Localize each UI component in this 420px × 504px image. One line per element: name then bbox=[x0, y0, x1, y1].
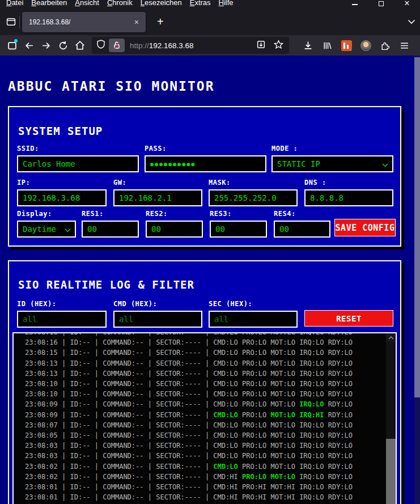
save-page-icon[interactable] bbox=[256, 40, 266, 52]
browser-tab[interactable]: 192.168.3.68/ × bbox=[22, 12, 146, 32]
adblock-extension-icon[interactable] bbox=[338, 37, 355, 53]
pass-label: PASS: bbox=[145, 145, 266, 153]
mode-select[interactable]: STATIC IP bbox=[271, 155, 393, 172]
url-protocol: http:// bbox=[130, 41, 149, 50]
insecure-lock-icon[interactable] bbox=[109, 39, 125, 52]
firefox-view-icon[interactable] bbox=[2, 13, 19, 31]
res3-input[interactable] bbox=[210, 221, 267, 238]
menu-datei[interactable]: Datei bbox=[2, 0, 27, 7]
display-field: Display: Daytime bbox=[17, 210, 76, 238]
menu-lesezeichen[interactable]: Lesezeichen bbox=[137, 0, 186, 7]
forward-icon[interactable] bbox=[37, 37, 54, 53]
log-filter-panel: SIO REALTIME LOG & FILTER ID (HEX): CMD … bbox=[8, 260, 401, 504]
gw-field: GW: bbox=[113, 179, 202, 206]
log-row: 23:08:09 | ID:-- | COMMAND:-- | SECTOR:-… bbox=[25, 410, 386, 420]
log-output: 23:08:16 | ID:-- | COMMAND:-- | SECTOR:-… bbox=[12, 332, 397, 504]
back-icon[interactable] bbox=[20, 37, 37, 53]
firefox-view-toolbar-icon[interactable] bbox=[3, 37, 20, 53]
menu-extras[interactable]: Extras bbox=[186, 0, 215, 7]
res2-input[interactable] bbox=[146, 221, 203, 238]
ip-label: IP: bbox=[17, 179, 107, 187]
log-row: 23:08:10 | ID:-- | COMMAND:-- | SECTOR:-… bbox=[25, 389, 386, 399]
res3-field: RES3: bbox=[210, 210, 267, 238]
window-maximize-button[interactable] bbox=[368, 0, 394, 9]
ssid-input[interactable] bbox=[17, 155, 139, 172]
res4-input[interactable] bbox=[274, 221, 330, 238]
save-config-button[interactable]: SAVE CONFIG bbox=[334, 219, 396, 236]
dns-field: DNS : bbox=[304, 179, 393, 206]
log-row: 23:08:01 | ID:-- | COMMAND:-- | SECTOR:-… bbox=[25, 482, 386, 492]
log-row: 23:08:03 | ID:-- | COMMAND:-- | SECTOR:-… bbox=[25, 441, 386, 451]
url-bar[interactable]: http://192.168.3.68 bbox=[92, 37, 289, 54]
menu-chronik[interactable]: Chronik bbox=[103, 0, 137, 7]
reset-button[interactable]: RESET bbox=[304, 310, 393, 327]
window-close-button[interactable]: × bbox=[394, 0, 420, 8]
page-content: ABBUC ATARI SIO MONITOR SYSTEM SETUP SSI… bbox=[0, 56, 420, 504]
list-all-tabs-icon[interactable] bbox=[408, 19, 415, 24]
tab-close-icon[interactable]: × bbox=[132, 17, 141, 27]
tab-title: 192.168.3.68/ bbox=[29, 18, 132, 26]
page-scrollbar[interactable] bbox=[414, 56, 420, 504]
menu-bearbeiten[interactable]: Bearbeiten bbox=[27, 0, 71, 7]
downloads-icon[interactable] bbox=[299, 37, 316, 53]
cmd-filter-input[interactable] bbox=[113, 311, 202, 328]
log-row: 23:08:09 | ID:-- | COMMAND:-- | SECTOR:-… bbox=[25, 399, 386, 409]
log-row: 23:08:16 | ID:-- | COMMAND:-- | SECTOR:-… bbox=[25, 337, 386, 348]
page-title: ABBUC ATARI SIO MONITOR bbox=[8, 79, 215, 94]
log-row: 23:08:13 | ID:-- | COMMAND:-- | SECTOR:-… bbox=[25, 369, 386, 379]
reload-icon[interactable] bbox=[54, 37, 71, 53]
bookmark-star-icon[interactable] bbox=[274, 40, 283, 52]
id-filter-input[interactable] bbox=[17, 311, 107, 328]
res4-field: RES4: bbox=[274, 210, 330, 238]
res2-field: RES2: bbox=[146, 210, 203, 238]
extensions-puzzle-icon[interactable] bbox=[376, 37, 393, 53]
id-filter-label: ID (HEX): bbox=[17, 300, 107, 308]
ip-field: IP: bbox=[17, 179, 107, 206]
dns-input[interactable] bbox=[304, 189, 393, 206]
res1-input[interactable] bbox=[82, 221, 139, 238]
display-label: Display: bbox=[17, 210, 76, 218]
cmd-filter-label: CMD (HEX): bbox=[113, 300, 202, 308]
mode-field: MODE : STATIC IP bbox=[271, 145, 393, 172]
page-scrollbar-thumb[interactable] bbox=[414, 57, 420, 397]
sec-filter-field: SEC (HEX): bbox=[209, 300, 298, 328]
pass-field: PASS: bbox=[145, 145, 266, 172]
ip-input[interactable] bbox=[17, 189, 107, 206]
profile-avatar[interactable] bbox=[357, 37, 374, 53]
hamburger-menu-icon[interactable] bbox=[396, 37, 413, 53]
log-row: 23:08:13 | ID:-- | COMMAND:-- | SECTOR:-… bbox=[25, 358, 386, 369]
id-filter-field: ID (HEX): bbox=[17, 300, 107, 328]
menu-hilfe[interactable]: Hilfe bbox=[215, 0, 237, 7]
gw-input[interactable] bbox=[113, 189, 202, 206]
log-filter-heading: SIO REALTIME LOG & FILTER bbox=[18, 278, 194, 291]
menu-ansicht[interactable]: Ansicht bbox=[71, 0, 103, 7]
mask-input[interactable] bbox=[209, 189, 298, 206]
sec-filter-label: SEC (HEX): bbox=[209, 300, 298, 308]
home-icon[interactable] bbox=[71, 37, 88, 53]
tab-separator bbox=[19, 16, 20, 28]
navigation-toolbar: http://192.168.3.68 bbox=[0, 35, 420, 56]
cmd-filter-field: CMD (HEX): bbox=[113, 300, 202, 328]
log-row: 23:08:03 | ID:-- | COMMAND:-- | SECTOR:-… bbox=[25, 451, 386, 461]
browser-chrome: DateiBearbeitenAnsichtChronikLesezeichen… bbox=[0, 0, 420, 56]
display-select[interactable]: Daytime bbox=[17, 221, 76, 238]
window-minimize-button[interactable] bbox=[342, 0, 368, 9]
log-scrollbar-thumb[interactable] bbox=[386, 439, 396, 504]
log-scrollbar-up-icon[interactable] bbox=[386, 333, 396, 342]
log-scrollbar[interactable] bbox=[386, 333, 396, 504]
res1-field: RES1: bbox=[82, 210, 139, 238]
ssid-field: SSID: bbox=[17, 145, 139, 172]
chevron-down-icon bbox=[65, 228, 71, 232]
url-text[interactable]: http://192.168.3.68 bbox=[130, 41, 256, 50]
res1-label: RES1: bbox=[82, 210, 139, 218]
res4-label: RES4: bbox=[274, 210, 330, 218]
log-row: 23:08:05 | ID:-- | COMMAND:-- | SECTOR:-… bbox=[25, 430, 386, 441]
log-row: 23:08:10 | ID:-- | COMMAND:-- | SECTOR:-… bbox=[25, 379, 386, 389]
mode-label: MODE : bbox=[271, 145, 393, 153]
sec-filter-input[interactable] bbox=[209, 311, 298, 328]
shield-icon[interactable] bbox=[96, 40, 105, 51]
new-tab-button[interactable]: + bbox=[154, 15, 167, 28]
library-icon[interactable] bbox=[319, 37, 336, 53]
pass-input[interactable] bbox=[145, 155, 266, 172]
log-row: 23:08:07 | ID:-- | COMMAND:-- | SECTOR:-… bbox=[25, 420, 386, 430]
